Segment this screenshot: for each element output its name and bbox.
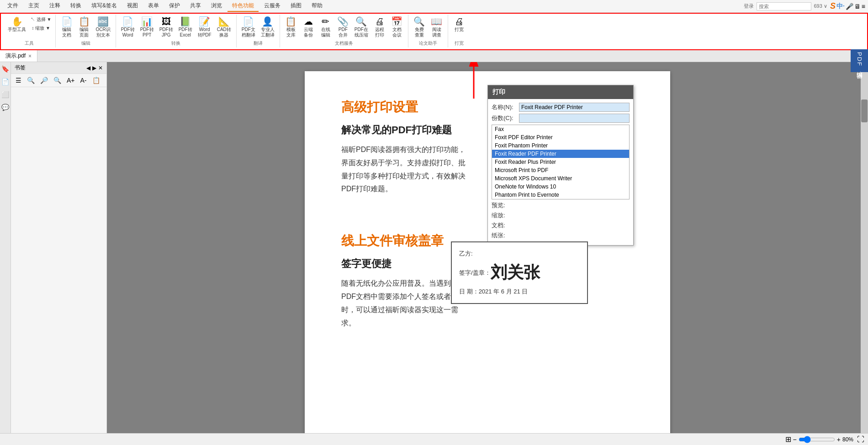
human-translate-btn[interactable]: 👤 专业人工翻译 bbox=[259, 16, 277, 39]
pdf-to-jpg-btn[interactable]: 🖼 PDF转JPG bbox=[157, 16, 175, 39]
layers-icon[interactable]: ⬜ bbox=[0, 89, 11, 99]
seal-box: 乙方: 签字/盖章： 刘关张 日 期： 2021 年 6 月 21 日 bbox=[451, 241, 588, 304]
pdf-editor-panel-label[interactable]: PDF编辑器 bbox=[851, 49, 868, 72]
sidebar-tool-font-up[interactable]: A+ bbox=[65, 76, 77, 85]
pdf-ppt-icon: 📊 bbox=[141, 17, 153, 26]
sidebar-tool-clipboard[interactable]: 📋 bbox=[90, 76, 102, 85]
pdf-to-word-btn[interactable]: 📄 PDF转Word bbox=[119, 16, 137, 39]
page-icon[interactable]: 📄 bbox=[0, 77, 11, 87]
printer-foxit-plus[interactable]: Foxit Reader Plus Printer bbox=[492, 158, 629, 166]
sidebar-tool-search3[interactable]: 🔍 bbox=[52, 76, 63, 85]
doc-meeting-btn[interactable]: 📅 文档会议 bbox=[389, 16, 405, 39]
online-edit-btn[interactable]: ✏ 在线编辑 bbox=[318, 16, 334, 39]
bookmark-icon[interactable]: 🔖 bbox=[0, 64, 11, 74]
free-check-btn[interactable]: 🔍 免费查重 bbox=[411, 16, 428, 39]
tab-browse[interactable]: 浏览 bbox=[206, 0, 227, 12]
word-pdf-icon: 📝 bbox=[199, 17, 210, 26]
tab-file[interactable]: 文件 bbox=[3, 0, 23, 12]
cad-converter-btn[interactable]: 📐 CAD转换器 bbox=[215, 16, 233, 39]
zoom-btn[interactable]: ↕ 缩放 ▼ bbox=[29, 24, 53, 32]
zoom-out-btn[interactable]: ⊞ bbox=[785, 435, 791, 444]
printer-foxit-phantom[interactable]: Foxit Phantom Printer bbox=[492, 141, 629, 150]
pdf-compress-icon: 🔍 bbox=[355, 17, 367, 26]
scrollbar-track[interactable] bbox=[861, 62, 868, 434]
zoom-minus-btn[interactable]: − bbox=[793, 436, 797, 443]
fullscreen-btn[interactable]: ⛶ bbox=[857, 435, 864, 444]
cloud-backup-btn[interactable]: ☁ 云端备份 bbox=[300, 16, 317, 39]
printer-ms-pdf[interactable]: Microsoft Print to PDF bbox=[492, 166, 629, 174]
print-btn[interactable]: 🖨 打宽 bbox=[451, 16, 467, 34]
print-dialog-content: 名称(N): 份数(C): Fax Foxit PDF Editor Print… bbox=[488, 99, 633, 245]
tab-view[interactable]: 视图 bbox=[122, 0, 143, 12]
tab-sign[interactable]: 填写&签名 bbox=[87, 0, 122, 12]
logo-screen-icon[interactable]: 🖥 bbox=[854, 3, 861, 10]
pdf-merge-btn[interactable]: 📎 PDF合并 bbox=[335, 16, 351, 39]
tab-help[interactable]: 帮助 bbox=[307, 0, 327, 12]
login-text[interactable]: 登录 bbox=[744, 3, 754, 10]
cad-label: CAD转换器 bbox=[217, 27, 231, 38]
read-survey-btn[interactable]: 📖 阅读调查 bbox=[429, 16, 445, 39]
print-copies-input[interactable] bbox=[519, 114, 630, 123]
tab-share[interactable]: 共享 bbox=[185, 0, 206, 12]
tab-annotate[interactable]: 注释 bbox=[45, 0, 65, 12]
print-buttons: 🖨 打宽 bbox=[451, 16, 467, 39]
cad-icon: 📐 bbox=[218, 17, 230, 26]
sidebar-tool-list[interactable]: ☰ bbox=[14, 76, 23, 85]
logo-menu-icon[interactable]: ≡ bbox=[862, 3, 865, 10]
printer-fax[interactable]: Fax bbox=[492, 125, 629, 133]
tab-home[interactable]: 主页 bbox=[24, 0, 44, 12]
zoom-slider[interactable] bbox=[799, 436, 835, 443]
pdf-translate-btn[interactable]: 📄 PDF文档翻译 bbox=[239, 16, 258, 39]
cloud-icon: ☁ bbox=[304, 17, 313, 26]
hand-tool-btn[interactable]: ✋ 手型工具 bbox=[5, 16, 28, 34]
tab-convert[interactable]: 转换 bbox=[66, 0, 86, 12]
pdf-ppt-label: PDF转PPT bbox=[140, 27, 154, 38]
template-btn[interactable]: 📋 模板文库 bbox=[283, 16, 299, 39]
printer-ms-xps[interactable]: Microsoft XPS Document Writer bbox=[492, 174, 629, 183]
pdf-compress-btn[interactable]: 🔍 PDF在线压缩 bbox=[352, 16, 370, 39]
print-dialog: 打印 名称(N): 份数(C): bbox=[487, 85, 634, 246]
scrollbar-thumb[interactable] bbox=[861, 99, 868, 122]
print-icon: 🖨 bbox=[455, 17, 464, 26]
search-input[interactable] bbox=[757, 2, 811, 10]
logo-mic-icon[interactable]: 🎤 bbox=[846, 3, 853, 10]
sidebar-tool-font-down[interactable]: A- bbox=[79, 76, 89, 85]
ocr-icon: 🔤 bbox=[97, 17, 109, 26]
tab-cloud[interactable]: 云服务 bbox=[259, 0, 285, 12]
free-check-icon: 🔍 bbox=[413, 17, 425, 26]
sidebar-tool-search1[interactable]: 🔍 bbox=[25, 76, 37, 85]
online-edit-label: 在线编辑 bbox=[321, 27, 330, 38]
zoom-value: 80% bbox=[842, 436, 853, 443]
pdf-to-ppt-btn[interactable]: 📊 PDF转PPT bbox=[138, 16, 156, 39]
printer-phantom-evernote[interactable]: Phantom Print to Evernote bbox=[492, 191, 629, 199]
comment-icon[interactable]: 💬 bbox=[0, 102, 11, 112]
tab-form[interactable]: 表单 bbox=[143, 0, 164, 12]
printer-onenote[interactable]: OneNote for Windows 10 bbox=[492, 183, 629, 191]
tab-plugin[interactable]: 插图 bbox=[286, 0, 306, 12]
sidebar-nav: ◀ ▶ ✕ bbox=[86, 65, 103, 71]
printer-foxit-reader[interactable]: Foxit Reader PDF Printer bbox=[492, 150, 629, 158]
logo-zh: 中· bbox=[836, 2, 845, 10]
close-tab-btn[interactable]: × bbox=[28, 53, 32, 59]
word-to-pdf-btn[interactable]: 📝 Word转PDF bbox=[196, 16, 214, 39]
pdf-to-excel-btn[interactable]: 📗 PDF转Excel bbox=[176, 16, 195, 39]
edit-doc-btn[interactable]: 📄 编辑文档 bbox=[58, 16, 75, 39]
remote-print-btn[interactable]: 🖨 远程打印 bbox=[371, 16, 388, 39]
section2-text: 线上文件审核盖章 签字更便捷 随着无纸化办公应用普及。当遇到使用PDF文档中需要… bbox=[341, 232, 469, 339]
doc-meeting-icon: 📅 bbox=[391, 17, 402, 26]
sidebar-close[interactable]: ✕ bbox=[98, 65, 103, 71]
convert-group: 📄 PDF转Word 📊 PDF转PPT 🖼 PDF转JPG 📗 PDF转Exc… bbox=[116, 15, 237, 47]
tab-special[interactable]: 特色功能 bbox=[228, 0, 259, 12]
ocr-btn[interactable]: 🔤 OCR识别文本 bbox=[93, 16, 112, 39]
sidebar-prev[interactable]: ◀ bbox=[86, 65, 90, 71]
tab-protect[interactable]: 保护 bbox=[164, 0, 185, 12]
select-btn[interactable]: ↖ 选择 ▼ bbox=[29, 16, 53, 24]
sidebar-tool-search2[interactable]: 🔎 bbox=[38, 76, 50, 85]
pdf-compress-label: PDF在线压缩 bbox=[355, 27, 368, 38]
sidebar-next[interactable]: ▶ bbox=[92, 65, 96, 71]
doc-tab[interactable]: 演示.pdf × bbox=[0, 50, 37, 62]
zoom-plus-btn[interactable]: + bbox=[837, 436, 841, 443]
print-name-input[interactable] bbox=[519, 103, 630, 112]
edit-page-btn[interactable]: 📋 编辑页面 bbox=[76, 16, 92, 39]
printer-foxit-editor[interactable]: Foxit PDF Editor Printer bbox=[492, 133, 629, 141]
